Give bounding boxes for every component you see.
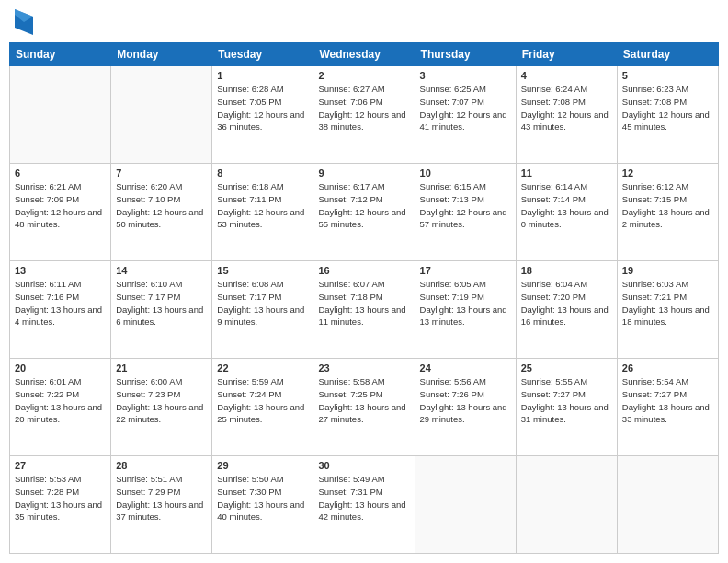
day-info: Sunrise: 5:59 AM Sunset: 7:24 PM Dayligh… (217, 375, 308, 426)
day-cell: 2Sunrise: 6:27 AM Sunset: 7:06 PM Daylig… (313, 66, 415, 164)
day-info: Sunrise: 6:28 AM Sunset: 7:05 PM Dayligh… (217, 83, 308, 133)
day-info: Sunrise: 6:07 AM Sunset: 7:18 PM Dayligh… (318, 278, 409, 328)
week-row-3: 20Sunrise: 6:01 AM Sunset: 7:22 PM Dayli… (10, 359, 719, 456)
day-info: Sunrise: 6:20 AM Sunset: 7:10 PM Dayligh… (116, 180, 207, 231)
week-row-2: 13Sunrise: 6:11 AM Sunset: 7:16 PM Dayli… (10, 261, 719, 359)
day-number: 16 (318, 265, 409, 276)
day-number: 29 (217, 460, 308, 471)
day-number: 8 (217, 167, 308, 178)
day-number: 24 (420, 362, 511, 373)
day-number: 23 (318, 362, 409, 373)
day-number: 17 (420, 265, 511, 276)
page: SundayMondayTuesdayWednesdayThursdayFrid… (0, 0, 728, 563)
day-info: Sunrise: 6:08 AM Sunset: 7:17 PM Dayligh… (217, 278, 308, 328)
day-number: 2 (318, 70, 409, 81)
day-cell: 12Sunrise: 6:12 AM Sunset: 7:15 PM Dayli… (617, 164, 718, 261)
day-info: Sunrise: 6:10 AM Sunset: 7:17 PM Dayligh… (116, 278, 207, 328)
day-cell (10, 66, 111, 164)
week-row-4: 27Sunrise: 5:53 AM Sunset: 7:28 PM Dayli… (10, 456, 719, 554)
day-cell: 3Sunrise: 6:25 AM Sunset: 7:07 PM Daylig… (415, 66, 516, 164)
day-info: Sunrise: 6:17 AM Sunset: 7:12 PM Dayligh… (318, 180, 409, 231)
day-cell: 16Sunrise: 6:07 AM Sunset: 7:18 PM Dayli… (313, 261, 415, 359)
day-cell: 26Sunrise: 5:54 AM Sunset: 7:27 PM Dayli… (617, 359, 718, 456)
day-info: Sunrise: 6:15 AM Sunset: 7:13 PM Dayligh… (420, 180, 511, 231)
day-info: Sunrise: 6:24 AM Sunset: 7:08 PM Dayligh… (521, 83, 612, 133)
day-info: Sunrise: 6:00 AM Sunset: 7:23 PM Dayligh… (116, 375, 207, 426)
day-info: Sunrise: 6:04 AM Sunset: 7:20 PM Dayligh… (521, 278, 612, 328)
week-row-0: 1Sunrise: 6:28 AM Sunset: 7:05 PM Daylig… (10, 66, 719, 164)
day-info: Sunrise: 6:23 AM Sunset: 7:08 PM Dayligh… (622, 83, 713, 133)
day-number: 20 (15, 362, 106, 373)
weekday-header-thursday: Thursday (415, 43, 516, 66)
day-number: 4 (521, 70, 612, 81)
day-info: Sunrise: 5:56 AM Sunset: 7:26 PM Dayligh… (420, 375, 511, 426)
day-cell: 19Sunrise: 6:03 AM Sunset: 7:21 PM Dayli… (617, 261, 718, 359)
day-number: 12 (622, 167, 713, 178)
day-cell: 23Sunrise: 5:58 AM Sunset: 7:25 PM Dayli… (313, 359, 415, 456)
day-info: Sunrise: 6:27 AM Sunset: 7:06 PM Dayligh… (318, 83, 409, 133)
weekday-header-row: SundayMondayTuesdayWednesdayThursdayFrid… (10, 43, 719, 66)
day-cell: 11Sunrise: 6:14 AM Sunset: 7:14 PM Dayli… (516, 164, 617, 261)
day-number: 14 (116, 265, 207, 276)
header (9, 9, 719, 35)
day-cell (111, 66, 212, 164)
day-cell: 21Sunrise: 6:00 AM Sunset: 7:23 PM Dayli… (111, 359, 212, 456)
day-cell: 17Sunrise: 6:05 AM Sunset: 7:19 PM Dayli… (415, 261, 516, 359)
day-number: 7 (116, 167, 207, 178)
day-cell: 27Sunrise: 5:53 AM Sunset: 7:28 PM Dayli… (10, 456, 111, 554)
weekday-header-wednesday: Wednesday (313, 43, 415, 66)
day-number: 9 (318, 167, 409, 178)
day-info: Sunrise: 5:58 AM Sunset: 7:25 PM Dayligh… (318, 375, 409, 426)
day-cell: 10Sunrise: 6:15 AM Sunset: 7:13 PM Dayli… (415, 164, 516, 261)
day-cell: 25Sunrise: 5:55 AM Sunset: 7:27 PM Dayli… (516, 359, 617, 456)
week-row-1: 6Sunrise: 6:21 AM Sunset: 7:09 PM Daylig… (10, 164, 719, 261)
weekday-header-friday: Friday (516, 43, 617, 66)
day-info: Sunrise: 5:54 AM Sunset: 7:27 PM Dayligh… (622, 375, 713, 426)
day-info: Sunrise: 6:03 AM Sunset: 7:21 PM Dayligh… (622, 278, 713, 328)
day-number: 18 (521, 265, 612, 276)
day-cell: 1Sunrise: 6:28 AM Sunset: 7:05 PM Daylig… (212, 66, 313, 164)
day-info: Sunrise: 6:14 AM Sunset: 7:14 PM Dayligh… (521, 180, 612, 231)
day-number: 21 (116, 362, 207, 373)
day-info: Sunrise: 6:12 AM Sunset: 7:15 PM Dayligh… (622, 180, 713, 231)
day-cell (415, 456, 516, 554)
logo (13, 9, 33, 35)
day-number: 10 (420, 167, 511, 178)
day-cell: 28Sunrise: 5:51 AM Sunset: 7:29 PM Dayli… (111, 456, 212, 554)
day-cell: 9Sunrise: 6:17 AM Sunset: 7:12 PM Daylig… (313, 164, 415, 261)
day-info: Sunrise: 5:53 AM Sunset: 7:28 PM Dayligh… (15, 473, 106, 523)
day-info: Sunrise: 6:11 AM Sunset: 7:16 PM Dayligh… (15, 278, 106, 328)
day-cell: 13Sunrise: 6:11 AM Sunset: 7:16 PM Dayli… (10, 261, 111, 359)
day-info: Sunrise: 5:55 AM Sunset: 7:27 PM Dayligh… (521, 375, 612, 426)
day-cell: 6Sunrise: 6:21 AM Sunset: 7:09 PM Daylig… (10, 164, 111, 261)
day-number: 27 (15, 460, 106, 471)
weekday-header-sunday: Sunday (10, 43, 111, 66)
day-cell (617, 456, 718, 554)
day-info: Sunrise: 5:49 AM Sunset: 7:31 PM Dayligh… (318, 473, 409, 523)
logo-icon (15, 9, 33, 35)
day-number: 11 (521, 167, 612, 178)
day-cell: 14Sunrise: 6:10 AM Sunset: 7:17 PM Dayli… (111, 261, 212, 359)
day-cell: 30Sunrise: 5:49 AM Sunset: 7:31 PM Dayli… (313, 456, 415, 554)
day-number: 26 (622, 362, 713, 373)
weekday-header-saturday: Saturday (617, 43, 718, 66)
day-cell: 20Sunrise: 6:01 AM Sunset: 7:22 PM Dayli… (10, 359, 111, 456)
day-info: Sunrise: 6:25 AM Sunset: 7:07 PM Dayligh… (420, 83, 511, 133)
day-number: 6 (15, 167, 106, 178)
day-info: Sunrise: 6:18 AM Sunset: 7:11 PM Dayligh… (217, 180, 308, 231)
day-cell (516, 456, 617, 554)
day-number: 5 (622, 70, 713, 81)
day-number: 28 (116, 460, 207, 471)
day-cell: 8Sunrise: 6:18 AM Sunset: 7:11 PM Daylig… (212, 164, 313, 261)
day-number: 30 (318, 460, 409, 471)
day-info: Sunrise: 5:50 AM Sunset: 7:30 PM Dayligh… (217, 473, 308, 523)
day-cell: 5Sunrise: 6:23 AM Sunset: 7:08 PM Daylig… (617, 66, 718, 164)
day-cell: 4Sunrise: 6:24 AM Sunset: 7:08 PM Daylig… (516, 66, 617, 164)
day-cell: 15Sunrise: 6:08 AM Sunset: 7:17 PM Dayli… (212, 261, 313, 359)
day-cell: 18Sunrise: 6:04 AM Sunset: 7:20 PM Dayli… (516, 261, 617, 359)
day-info: Sunrise: 6:05 AM Sunset: 7:19 PM Dayligh… (420, 278, 511, 328)
day-number: 25 (521, 362, 612, 373)
day-number: 1 (217, 70, 308, 81)
day-number: 15 (217, 265, 308, 276)
day-cell: 22Sunrise: 5:59 AM Sunset: 7:24 PM Dayli… (212, 359, 313, 456)
